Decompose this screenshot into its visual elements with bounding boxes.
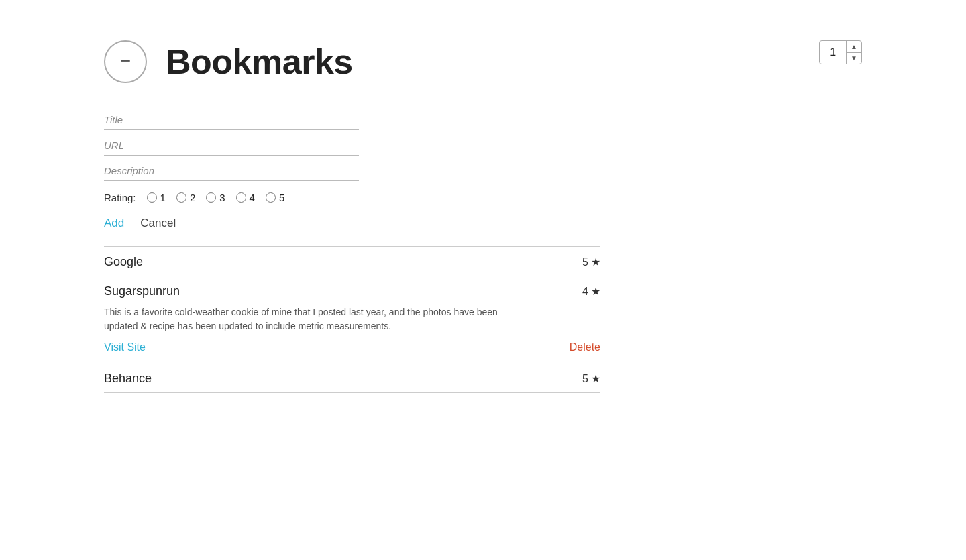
rating-radio-3[interactable] [206,192,216,203]
bookmark-row-google[interactable]: Google 5 ★ [104,247,600,276]
bookmark-title-behance: Behance [104,372,152,386]
star-icon-sugarspunrun: ★ [591,285,600,298]
rating-option-1[interactable]: 1 [147,192,166,203]
bookmark-item-sugarspunrun: Sugarspunrun 4 ★ This is a favorite cold… [104,276,600,363]
bookmark-row-behance[interactable]: Behance 5 ★ [104,363,600,392]
add-button[interactable]: Add [104,217,124,230]
bookmark-row-sugarspunrun[interactable]: Sugarspunrun 4 ★ [104,276,600,305]
bookmark-rating-behance: 5 ★ [582,372,600,385]
bookmark-rating-sugarspunrun: 4 ★ [582,285,600,298]
delete-button[interactable]: Delete [570,341,600,353]
rating-value-4: 4 [250,192,255,203]
form-buttons: Add Cancel [104,217,862,230]
minus-icon: − [120,52,131,70]
spinner-down-button[interactable]: ▼ [847,53,861,64]
rating-row: Rating: 1 2 3 4 5 [104,192,862,203]
remove-button[interactable]: − [104,40,147,83]
add-bookmark-form: Rating: 1 2 3 4 5 Add Cancel [104,110,862,230]
rating-option-4[interactable]: 4 [236,192,255,203]
bookmark-list: Google 5 ★ Sugarspunrun 4 ★ This is a fa… [104,246,600,393]
bookmark-title-sugarspunrun: Sugarspunrun [104,284,180,298]
rating-label: Rating: [104,192,136,203]
bookmark-title-google: Google [104,255,143,269]
page-number: 1 [820,41,847,64]
cancel-button[interactable]: Cancel [140,217,176,230]
rating-radio-5[interactable] [266,192,276,203]
page-spinner: 1 ▲ ▼ [819,40,862,64]
rating-option-5[interactable]: 5 [266,192,284,203]
rating-radio-1[interactable] [147,192,157,203]
bookmark-description-sugarspunrun: This is a favorite cold-weather cookie o… [104,305,520,341]
bookmark-rating-google: 5 ★ [582,256,600,268]
rating-value-3: 3 [219,192,225,203]
rating-value-1: 1 [160,192,166,203]
description-field [104,161,862,181]
rating-value-5: 5 [279,192,284,203]
bookmark-item-behance: Behance 5 ★ [104,363,600,393]
bookmark-item-google: Google 5 ★ [104,246,600,276]
page-title: Bookmarks [166,42,353,82]
description-input[interactable] [104,161,359,181]
rating-value-2: 2 [190,192,195,203]
rating-radio-4[interactable] [236,192,246,203]
title-field [104,110,862,130]
bookmark-actions-sugarspunrun: Visit Site Delete [104,341,600,363]
rating-option-2[interactable]: 2 [176,192,195,203]
url-input[interactable] [104,135,359,156]
spinner-up-button[interactable]: ▲ [847,41,861,53]
visit-site-button[interactable]: Visit Site [104,341,146,353]
rating-radio-2[interactable] [176,192,186,203]
star-icon-google: ★ [591,256,600,268]
star-icon-behance: ★ [591,372,600,385]
rating-option-3[interactable]: 3 [206,192,225,203]
title-input[interactable] [104,110,359,130]
url-field [104,135,862,156]
